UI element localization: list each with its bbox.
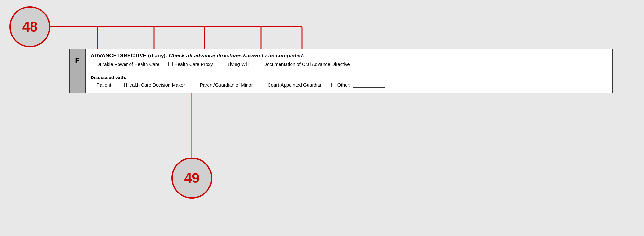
checkbox-patient: Patient [91, 82, 111, 88]
discussed-with-label: Discussed with: [91, 75, 607, 80]
form-discussed-row: Discussed with: Patient Health Care Deci… [70, 72, 612, 93]
cb-durable-power[interactable] [91, 62, 95, 66]
form-title-italic: Check all advance directives known to be… [167, 53, 304, 59]
checkbox-living-will: Living Will [222, 61, 249, 67]
cb-oral-advance[interactable] [258, 62, 262, 66]
checkbox-proxy: Health Care Proxy [168, 61, 213, 67]
checkboxes-row1: Durable Power of Health Care Health Care… [91, 61, 607, 67]
checkbox-durable: Durable Power of Health Care [91, 61, 159, 67]
annotation-circle-48: 48 [9, 6, 50, 47]
form-title: ADVANCE DIRECTIVE (if any): Check all ad… [91, 53, 607, 59]
cb-patient-label: Patient [97, 82, 111, 88]
cb-proxy-label: Health Care Proxy [174, 61, 213, 67]
other-line [353, 82, 385, 88]
checkboxes-row2: Patient Health Care Decision Maker Paren… [91, 82, 607, 88]
cb-living-will-label: Living Will [228, 61, 249, 67]
checkbox-oral: Documentation of Oral Advance Directive [258, 61, 350, 67]
annotation-circle-49: 49 [171, 158, 212, 199]
form-discussed-content: Discussed with: Patient Health Care Deci… [86, 72, 612, 93]
cb-health-care-decision-maker[interactable] [120, 83, 125, 87]
cb-court-label: Court-Appointed Guardian [268, 82, 323, 88]
form-section-f: F ADVANCE DIRECTIVE (if any): Check all … [69, 49, 613, 93]
checkbox-hcdm: Health Care Decision Maker [120, 82, 185, 88]
cb-patient[interactable] [91, 83, 95, 87]
arrows-overlay [0, 0, 644, 236]
form-header-row: F ADVANCE DIRECTIVE (if any): Check all … [70, 49, 612, 72]
checkbox-parent-guardian: Parent/Guardian of Minor [194, 82, 253, 88]
checkbox-other: Other: [331, 82, 385, 88]
cb-health-care-proxy[interactable] [168, 62, 173, 66]
checkbox-court: Court-Appointed Guardian [262, 82, 323, 88]
cb-other-label: Other: [337, 82, 351, 88]
form-header-content: ADVANCE DIRECTIVE (if any): Check all ad… [86, 49, 612, 72]
section-spacer [70, 72, 86, 93]
cb-other[interactable] [331, 83, 336, 87]
cb-durable-label: Durable Power of Health Care [97, 61, 159, 67]
form-title-bold: ADVANCE DIRECTIVE (if any): [91, 53, 167, 59]
cb-court-appointed[interactable] [262, 83, 266, 87]
cb-parent-guardian[interactable] [194, 83, 198, 87]
section-letter-f: F [70, 49, 86, 72]
cb-hcdm-label: Health Care Decision Maker [126, 82, 185, 88]
page-container: 48 49 [0, 0, 644, 236]
cb-parent-guardian-label: Parent/Guardian of Minor [200, 82, 253, 88]
cb-oral-label: Documentation of Oral Advance Directive [264, 61, 350, 67]
cb-living-will[interactable] [222, 62, 226, 66]
